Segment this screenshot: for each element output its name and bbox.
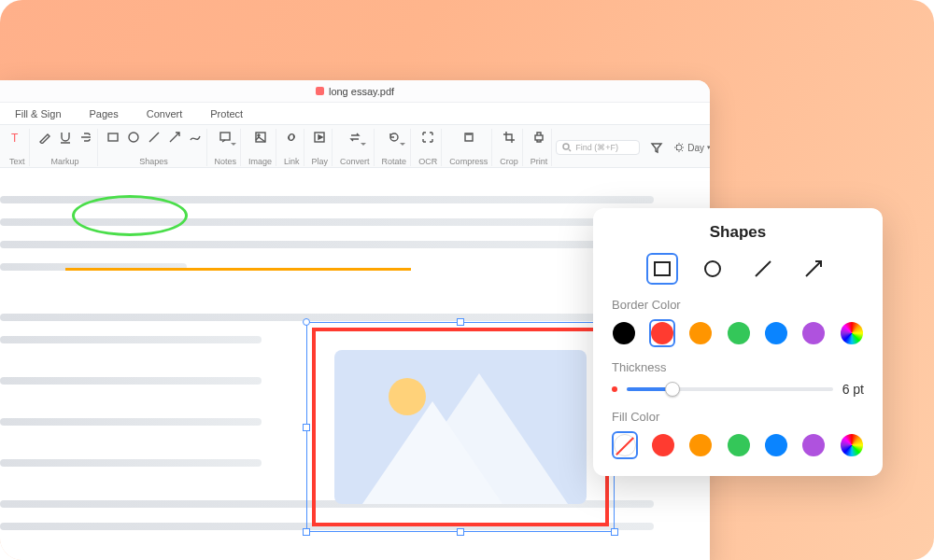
rotate-group-label: Rotate [382, 157, 407, 166]
shape-option-line[interactable] [747, 253, 779, 285]
resize-handle[interactable] [611, 528, 618, 536]
text-line [0, 377, 262, 385]
swatch-red[interactable] [652, 434, 674, 456]
play-icon[interactable] [312, 130, 327, 145]
svg-rect-11 [655, 262, 670, 275]
svg-rect-1 [108, 133, 118, 141]
shapes-group-label: Shapes [139, 157, 168, 166]
strikethrough-icon[interactable] [78, 130, 93, 145]
swatch-orange[interactable] [689, 322, 712, 344]
text-line [0, 418, 262, 426]
swatch-blue[interactable] [765, 322, 787, 344]
resize-handle[interactable] [457, 318, 464, 326]
border-color-row [612, 319, 864, 347]
swatch-custom-color[interactable] [841, 322, 863, 344]
titlebar: long essay.pdf [0, 80, 710, 103]
swatch-red[interactable] [651, 322, 673, 344]
convert-icon[interactable] [347, 130, 362, 145]
compress-group-label: Compress [449, 157, 488, 166]
tab-pages[interactable]: Pages [84, 105, 124, 123]
circle-shape-icon[interactable] [126, 130, 141, 145]
view-mode-toggle[interactable]: Day ▾ [673, 142, 710, 153]
swatch-purple[interactable] [802, 434, 825, 456]
selected-shape-rectangle[interactable] [306, 322, 615, 532]
crop-group-label: Crop [500, 157, 518, 166]
convert-group-label: Convert [340, 157, 370, 166]
text-line [0, 314, 654, 321]
shape-type-row [612, 253, 864, 285]
thickness-slider[interactable] [627, 387, 833, 391]
underline-icon[interactable] [58, 130, 73, 145]
swatch-black[interactable] [613, 322, 635, 344]
fill-color-label: Fill Color [612, 410, 864, 424]
annotation-ellipse[interactable] [72, 195, 188, 236]
crop-icon[interactable] [502, 130, 517, 145]
swatch-purple[interactable] [802, 322, 825, 344]
resize-handle[interactable] [303, 318, 310, 326]
thickness-value: 6 pt [842, 382, 864, 397]
print-group-label: Print [531, 157, 548, 166]
search-input[interactable]: Find (⌘+F) [556, 140, 640, 155]
svg-point-2 [129, 133, 138, 142]
text-group-label: Text [9, 157, 25, 166]
text-tool-icon[interactable]: T [9, 130, 24, 145]
image-icon[interactable] [253, 130, 268, 145]
annotation-rectangle [312, 328, 609, 526]
line-shape-icon[interactable] [147, 130, 162, 145]
image-group-label: Image [248, 157, 272, 166]
swatch-none[interactable] [614, 434, 636, 456]
resize-handle[interactable] [457, 528, 464, 536]
shape-option-rectangle[interactable] [646, 253, 678, 285]
swatch-green[interactable] [728, 322, 750, 344]
tab-fill-sign[interactable]: Fill & Sign [9, 105, 67, 123]
shape-option-arrow[interactable] [798, 253, 829, 285]
window-title: long essay.pdf [329, 86, 394, 97]
tab-convert[interactable]: Convert [141, 105, 189, 123]
rect-shape-icon[interactable] [106, 130, 120, 145]
svg-text:T: T [11, 132, 19, 144]
notes-group-label: Notes [215, 157, 237, 166]
play-group-label: Play [312, 157, 329, 166]
svg-point-5 [258, 134, 260, 136]
thickness-label: Thickness [612, 360, 864, 374]
slider-thumb[interactable] [665, 382, 680, 397]
border-color-label: Border Color [612, 298, 864, 312]
arrow-shape-icon[interactable] [167, 130, 182, 145]
print-icon[interactable] [531, 130, 546, 145]
notes-icon[interactable] [218, 130, 233, 145]
fill-color-row [612, 431, 864, 459]
resize-handle[interactable] [303, 528, 310, 536]
svg-point-8 [563, 144, 569, 149]
svg-rect-7 [535, 135, 543, 140]
thickness-row: 6 pt [612, 382, 864, 397]
swatch-orange[interactable] [689, 434, 712, 456]
ocr-group-label: OCR [418, 157, 437, 166]
thickness-preview-dot [612, 386, 617, 392]
shape-option-circle[interactable] [697, 253, 729, 285]
svg-rect-3 [220, 133, 230, 140]
mountain-icon [362, 401, 502, 504]
markup-group-label: Markup [51, 157, 79, 166]
swatch-green[interactable] [728, 434, 750, 456]
stage: long essay.pdf Fill & Sign Pages Convert… [0, 0, 934, 560]
highlight-icon[interactable] [37, 130, 52, 145]
resize-handle[interactable] [303, 424, 310, 431]
shapes-panel: Shapes Border Color Thickness 6 pt [593, 208, 883, 476]
text-line [0, 336, 262, 343]
compress-icon[interactable] [461, 130, 476, 145]
freehand-shape-icon[interactable] [188, 130, 203, 145]
shapes-panel-title: Shapes [612, 223, 864, 242]
text-line [0, 459, 262, 467]
ocr-icon[interactable] [420, 130, 435, 145]
swatch-custom-color[interactable] [841, 434, 863, 456]
image-placeholder-icon [334, 350, 587, 504]
link-group-label: Link [284, 157, 300, 166]
rotate-icon[interactable] [387, 130, 402, 145]
annotation-underline[interactable] [65, 268, 411, 271]
svg-point-12 [705, 261, 720, 276]
filter-icon[interactable] [649, 140, 664, 155]
menu-tabs: Fill & Sign Pages Convert Protect [0, 103, 710, 125]
tab-protect[interactable]: Protect [205, 105, 248, 123]
link-icon[interactable] [284, 130, 299, 145]
swatch-blue[interactable] [765, 434, 787, 456]
